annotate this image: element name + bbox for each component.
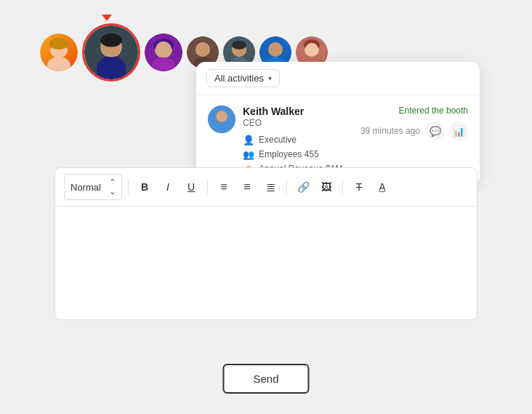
chevron-down-icon: ▾ [268, 74, 272, 82]
italic-button[interactable]: I [158, 177, 178, 197]
activity-card: All activities ▾ Keith Walker CEO [196, 62, 480, 185]
avatar-woman2[interactable] [145, 33, 182, 71]
editor-content[interactable] [55, 207, 477, 319]
filter-label: All activities [214, 73, 264, 84]
chart-icon[interactable]: 📊 [449, 122, 468, 140]
align-icon: ≣ [266, 180, 275, 194]
activity-filter-dropdown[interactable]: All activities ▾ [206, 69, 280, 87]
font-color-button[interactable]: A [372, 177, 392, 197]
executive-icon: 👤 [243, 134, 254, 146]
svg-point-19 [196, 43, 209, 56]
link-button[interactable]: 🔗 [293, 177, 313, 197]
ordered-list-button[interactable]: ≡ [214, 177, 234, 197]
image-button[interactable]: 🖼 [316, 177, 336, 197]
person-row: Keith Walker CEO 👤 Executive 👥 Employees… [208, 106, 468, 175]
strikethrough-button[interactable]: T [349, 177, 369, 197]
italic-icon: I [166, 181, 169, 193]
underline-button[interactable]: U [181, 177, 201, 197]
employees-label: Employees 455 [259, 149, 319, 159]
message-icon[interactable]: 💬 [426, 122, 445, 140]
bold-icon: B [141, 181, 148, 193]
svg-point-15 [156, 41, 172, 57]
person-avatar [208, 106, 235, 133]
ordered-list-icon: ≡ [220, 180, 227, 194]
link-icon: 🔗 [297, 181, 310, 193]
toolbar-divider-1 [128, 180, 129, 194]
svg-point-28 [269, 43, 282, 56]
toolbar-divider-3 [286, 180, 287, 194]
font-color-icon: A [379, 181, 385, 193]
align-button[interactable]: ≣ [260, 177, 281, 197]
avatar-main-man[interactable] [82, 23, 140, 81]
time-ago: 39 minutes ago [360, 126, 420, 136]
activity-right: Entered the booth 39 minutes ago 💬 📊 [360, 106, 468, 140]
toolbar-divider-4 [342, 180, 343, 194]
unordered-list-icon: ≡ [243, 180, 250, 194]
active-indicator [102, 15, 112, 21]
unordered-list-button[interactable]: ≡ [237, 177, 257, 197]
svg-rect-10 [98, 63, 125, 68]
toolbar: Normal ⌃⌄ B I U ≡ ≡ [55, 168, 477, 207]
send-button[interactable]: Send [222, 364, 309, 394]
image-icon: 🖼 [321, 181, 331, 193]
person-info: Keith Walker CEO 👤 Executive 👥 Employees… [243, 106, 353, 175]
department-label: Executive [259, 135, 297, 145]
avatar-woman1[interactable] [40, 33, 78, 71]
style-chevron-icon: ⌃⌄ [109, 178, 116, 196]
style-selector[interactable]: Normal ⌃⌄ [64, 174, 122, 200]
person-title: CEO [243, 118, 353, 128]
svg-point-9 [100, 33, 122, 47]
svg-point-1 [47, 57, 70, 71]
main-container: All activities ▾ Keith Walker CEO [0, 0, 532, 414]
employees-item: 👥 Employees 455 [243, 148, 353, 160]
action-icons: 💬 📊 [426, 122, 468, 140]
employees-icon: 👥 [243, 148, 254, 160]
status-badge: Entered the booth [399, 106, 468, 116]
strikethrough-icon: T [356, 181, 363, 193]
person-name: Keith Walker [243, 106, 353, 117]
text-editor: Normal ⌃⌄ B I U ≡ ≡ [55, 167, 477, 320]
style-label: Normal [70, 182, 101, 193]
svg-point-4 [49, 38, 68, 49]
underline-icon: U [188, 181, 195, 193]
department-item: 👤 Executive [243, 134, 353, 146]
card-header: All activities ▾ [196, 62, 480, 95]
svg-point-37 [217, 111, 227, 122]
svg-point-33 [305, 43, 318, 56]
bold-button[interactable]: B [134, 177, 155, 197]
svg-point-24 [232, 41, 246, 49]
toolbar-divider-2 [207, 180, 208, 194]
